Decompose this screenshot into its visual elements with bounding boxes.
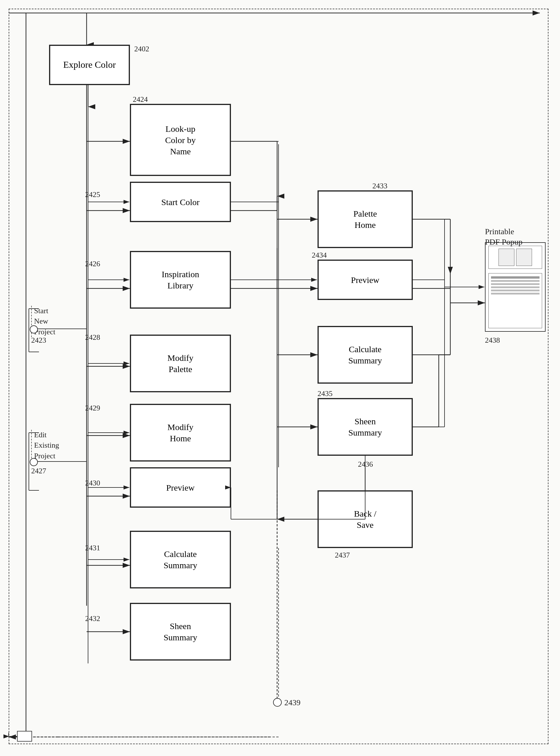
label-2434: 2434: [312, 251, 327, 259]
label-2402: 2402: [134, 45, 149, 54]
label-2423: 2423: [31, 336, 46, 345]
circle-2427: [30, 458, 38, 466]
palette-home-box: PaletteHome: [318, 190, 413, 248]
back-save-label: Back /Save: [354, 508, 376, 530]
label-2433: 2433: [372, 182, 387, 190]
palette-home-label: PaletteHome: [353, 208, 377, 230]
start-color-box: Start Color: [130, 182, 231, 222]
calculate-summary-right-box: CalculateSummary: [318, 326, 413, 384]
calculate-summary-left-box: CalculateSummary: [130, 531, 231, 588]
label-2436: 2436: [358, 460, 373, 469]
label-2430: 2430: [85, 479, 100, 487]
modify-palette-label: ModifyPalette: [167, 352, 194, 375]
modify-palette-box: ModifyPalette: [130, 335, 231, 392]
label-2425: 2425: [85, 190, 100, 199]
preview-left-box: Preview: [130, 467, 231, 508]
label-2437: 2437: [335, 551, 350, 560]
label-2429: 2429: [85, 404, 100, 413]
label-2435: 2435: [318, 390, 333, 398]
label-2439: 2439: [284, 698, 300, 707]
outer-border: [9, 9, 548, 744]
modify-home-box: ModifyHome: [130, 404, 231, 462]
lookup-color-box: Look-upColor byName: [130, 104, 231, 176]
preview-left-label: Preview: [166, 482, 195, 493]
label-2438: 2438: [485, 336, 500, 345]
preview-right-box: Preview: [318, 259, 413, 300]
explore-color-box: Explore Color: [49, 45, 130, 85]
label-2426: 2426: [85, 259, 100, 268]
start-color-label: Start Color: [161, 196, 200, 208]
circle-2423: [30, 326, 38, 333]
lookup-color-label: Look-upColor byName: [165, 123, 196, 157]
circle-2439: [273, 698, 282, 707]
calculate-summary-right-label: CalculateSummary: [348, 343, 382, 366]
printable-pdf-popup-box: [485, 242, 545, 332]
label-2431: 2431: [85, 544, 100, 552]
preview-right-label: Preview: [351, 274, 379, 286]
sheen-summary-left-box: SheenSummary: [130, 603, 231, 660]
inspiration-library-box: InspirationLibrary: [130, 251, 231, 309]
sheen-summary-left-label: SheenSummary: [164, 621, 197, 643]
diagram-container: Explore Color 2402 Look-upColor byName 2…: [0, 0, 560, 756]
edit-existing-project-label: EditExistingProject: [31, 430, 60, 461]
sheen-summary-right-label: SheenSummary: [348, 416, 382, 438]
printable-pdf-popup-label: PrintablePDF Popup: [485, 226, 522, 248]
back-save-box: Back /Save: [318, 490, 413, 548]
modify-home-label: ModifyHome: [167, 421, 194, 444]
label-2427: 2427: [31, 467, 46, 475]
calculate-summary-left-label: CalculateSummary: [164, 548, 197, 571]
inspiration-library-label: InspirationLibrary: [162, 269, 199, 291]
label-2428: 2428: [85, 333, 100, 342]
sheen-summary-right-box: SheenSummary: [318, 398, 413, 456]
label-2432: 2432: [85, 614, 100, 623]
label-2424: 2424: [133, 95, 148, 104]
explore-color-label: Explore Color: [63, 59, 116, 71]
